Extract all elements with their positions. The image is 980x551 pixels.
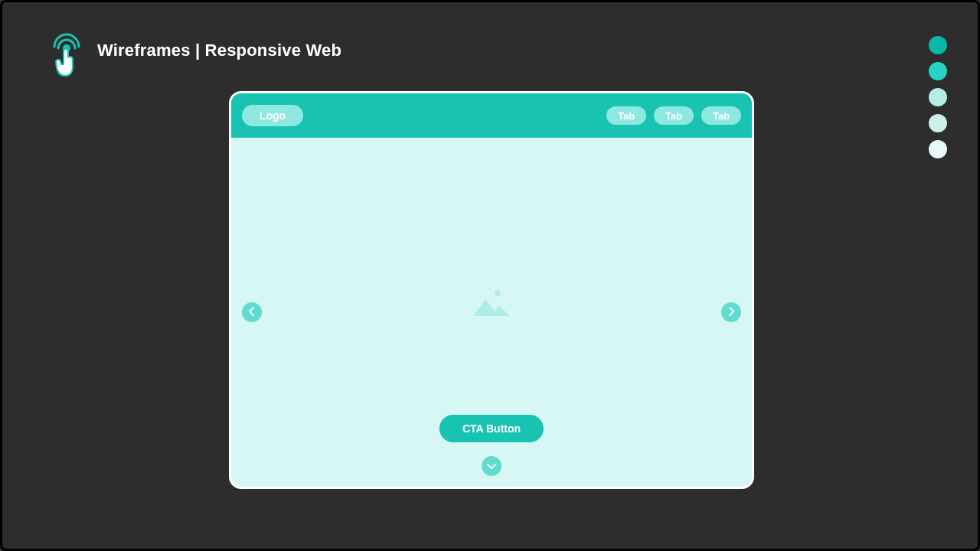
color-palette — [929, 36, 947, 158]
carousel-next-button[interactable] — [721, 302, 741, 322]
wireframe-tab-1[interactable]: Tab — [606, 106, 646, 125]
swatch-4 — [929, 114, 947, 132]
wireframe-frame: Logo Tab Tab Tab CTA Button — [229, 91, 754, 489]
chevron-down-icon — [487, 459, 496, 473]
wireframe-tab-3[interactable]: Tab — [701, 106, 741, 125]
swatch-2 — [929, 62, 947, 80]
page-title: Wireframes | Responsive Web — [97, 41, 341, 60]
carousel-prev-button[interactable] — [242, 302, 262, 322]
page-header: Wireframes | Responsive Web — [47, 31, 341, 79]
image-placeholder-icon — [470, 289, 513, 322]
chevron-left-icon — [248, 305, 256, 319]
wireframe-tab-2[interactable]: Tab — [654, 106, 694, 125]
wireframe-tabs: Tab Tab Tab — [606, 106, 741, 125]
chevron-right-icon — [727, 305, 735, 319]
swatch-1 — [929, 36, 947, 54]
touch-hand-icon — [47, 31, 87, 79]
wireframe-logo[interactable]: Logo — [242, 105, 303, 126]
cta-button[interactable]: CTA Button — [439, 415, 544, 442]
swatch-3 — [929, 88, 947, 106]
svg-point-1 — [495, 290, 501, 296]
scroll-down-button[interactable] — [482, 456, 501, 476]
swatch-5 — [929, 140, 947, 158]
wireframe-navbar: Logo Tab Tab Tab — [231, 93, 752, 138]
wireframe-body: CTA Button — [231, 138, 752, 487]
